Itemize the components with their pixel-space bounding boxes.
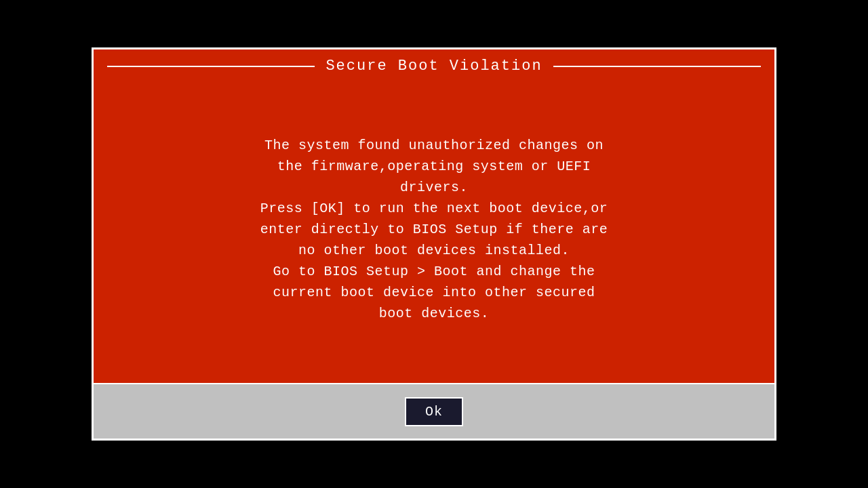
title-line-left (107, 66, 315, 67)
title-line-right (553, 66, 761, 67)
title-bar: Secure Boot Violation (94, 49, 774, 83)
message-line8: current boot device into other secured (273, 285, 595, 300)
message-line6: no other boot devices installed. (298, 243, 570, 258)
message-line1: The system found unauthorized changes on (264, 138, 604, 153)
message-body: The system found unauthorized changes on… (260, 135, 608, 324)
content-area: The system found unauthorized changes on… (94, 83, 774, 383)
button-area: Ok (94, 384, 774, 439)
message-line3: drivers. (400, 180, 468, 195)
message-line7: Go to BIOS Setup > Boot and change the (273, 264, 595, 279)
secure-boot-dialog: Secure Boot Violation The system found u… (92, 47, 776, 441)
message-line2: the firmware,operating system or UEFI (277, 159, 591, 174)
ok-button[interactable]: Ok (405, 397, 463, 426)
message-line5: enter directly to BIOS Setup if there ar… (260, 222, 608, 237)
message-line4: Press [OK] to run the next boot device,o… (260, 201, 608, 216)
dialog-title: Secure Boot Violation (326, 58, 542, 75)
message-line9: boot devices. (379, 306, 490, 321)
